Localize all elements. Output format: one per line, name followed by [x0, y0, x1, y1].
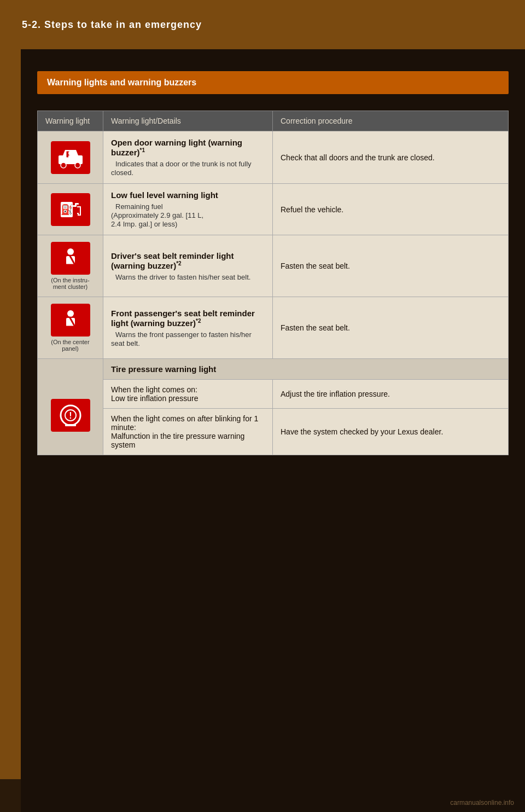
left-accent [0, 49, 21, 779]
open-door-superscript: *1 [140, 147, 145, 153]
svg-rect-5 [68, 155, 73, 160]
tire-correction-2-text: Have the system checked by your Lexus de… [281, 427, 443, 436]
icon-cell-open-door [38, 131, 103, 184]
col-correction: Correction procedure [273, 111, 509, 131]
correction-cell-passenger-seatbelt: Fasten the seat belt. [273, 297, 509, 359]
open-door-light-name: Open door warning light (warning buzzer)… [111, 138, 265, 157]
section-title-bar: Warning lights and warning buzzers [37, 71, 509, 94]
low-fuel-light-name: Low fuel level warning light [111, 190, 265, 200]
open-door-detail: Indicates that a door or the trunk is no… [111, 160, 252, 177]
svg-point-1 [61, 163, 66, 168]
details-cell-driver-seatbelt: Driver's seat belt reminder light (warni… [103, 235, 273, 297]
icon-cell-passenger-seatbelt: (On the centerpanel) [38, 297, 103, 359]
svg-point-11 [67, 248, 74, 255]
tire-pressure-correction-2: Have the system checked by your Lexus de… [273, 409, 509, 455]
tire-pressure-condition-1: When the light comes on:Low tire inflati… [103, 380, 273, 409]
section-title-text: Warning lights and warning buzzers [47, 78, 196, 87]
svg-point-2 [75, 163, 80, 168]
driver-seatbelt-correction: Fasten the seat belt. [281, 262, 350, 270]
col-warning-light: Warning light [38, 111, 103, 131]
details-cell-passenger-seatbelt: Front passenger's seat belt reminder lig… [103, 297, 273, 359]
tire-pressure-title: Tire pressure warning light [111, 364, 216, 374]
passenger-seatbelt-correction: Fasten the seat belt. [281, 323, 350, 332]
svg-text:!: ! [69, 411, 72, 420]
low-fuel-correction: Refuel the vehicle. [281, 205, 343, 214]
low-fuel-detail: Remaining fuel(Approximately 2.9 gal. [1… [111, 202, 203, 228]
svg-rect-9 [76, 203, 79, 205]
svg-point-4 [68, 151, 73, 155]
watermark-text: carmanualsonline.info [450, 799, 514, 807]
icon-cell-driver-seatbelt: (On the instru-ment cluster) [38, 235, 103, 297]
tire-pressure-svg: ! [56, 403, 85, 427]
icon-cell-low-fuel: ⛽ [38, 184, 103, 235]
tire-condition-2-text: When the light comes on after blinking f… [111, 414, 258, 449]
passenger-seatbelt-detail: Warns the front passenger to fasten his/… [111, 330, 252, 347]
passenger-seatbelt-sublabel: (On the centerpanel) [45, 339, 95, 352]
svg-point-15 [67, 310, 74, 317]
open-door-icon [51, 141, 90, 174]
table-row: ⛽ Low fuel level warning light Remaining… [38, 184, 509, 235]
tire-pressure-icon: ! [51, 399, 90, 432]
driver-seatbelt-detail: Warns the driver to fasten his/her seat … [115, 273, 250, 281]
correction-cell-driver-seatbelt: Fasten the seat belt. [273, 235, 509, 297]
passenger-seatbelt-svg [57, 308, 84, 332]
fuel-pump-svg: ⛽ [57, 198, 84, 222]
open-door-correction: Check that all doors and the trunk are c… [281, 153, 435, 162]
tire-pressure-condition-2: When the light comes on after blinking f… [103, 409, 273, 455]
table-row: Open door warning light (warning buzzer)… [38, 131, 509, 184]
top-header: 5-2. Steps to take in an emergency [0, 0, 525, 49]
details-cell-low-fuel: Low fuel level warning light Remaining f… [103, 184, 273, 235]
tire-pressure-subrow-1: When the light comes on:Low tire inflati… [38, 380, 509, 409]
driver-seatbelt-sublabel: (On the instru-ment cluster) [45, 277, 95, 290]
header-title: 5-2. Steps to take in an emergency [22, 19, 202, 31]
driver-seatbelt-superscript: *2 [176, 260, 181, 266]
tire-condition-1-text: When the light comes on:Low tire inflati… [111, 385, 199, 403]
passenger-seatbelt-icon [51, 304, 90, 337]
col-details: Warning light/Details [103, 111, 273, 131]
svg-rect-22 [65, 424, 76, 426]
tire-pressure-subrow-2: When the light comes on after blinking f… [38, 409, 509, 455]
main-content: Warning lights and warning buzzers Warni… [21, 49, 525, 812]
passenger-seatbelt-superscript: *2 [196, 318, 201, 324]
details-cell-open-door: Open door warning light (warning buzzer)… [103, 131, 273, 184]
icon-cell-tire-pressure: ! [38, 359, 103, 455]
passenger-seatbelt-light-name: Front passenger's seat belt reminder lig… [111, 309, 265, 328]
driver-seatbelt-svg [57, 246, 84, 270]
tire-pressure-header-label: Tire pressure warning light [103, 359, 509, 380]
driver-seatbelt-light-name: Driver's seat belt reminder light (warni… [111, 251, 265, 270]
tire-correction-1-text: Adjust the tire inflation pressure. [281, 390, 390, 398]
page-container: 5-2. Steps to take in an emergency Warni… [0, 0, 525, 812]
warning-table: Warning light Warning light/Details Corr… [37, 111, 509, 455]
tire-pressure-header-row: ! Tire pressure warning light [38, 359, 509, 380]
table-row: (On the instru-ment cluster) Driver's se… [38, 235, 509, 297]
svg-text:⛽: ⛽ [61, 204, 73, 216]
table-row: (On the centerpanel) Front passenger's s… [38, 297, 509, 359]
correction-cell-open-door: Check that all doors and the trunk are c… [273, 131, 509, 184]
low-fuel-icon: ⛽ [51, 193, 90, 226]
correction-cell-low-fuel: Refuel the vehicle. [273, 184, 509, 235]
driver-seatbelt-icon [51, 242, 90, 275]
watermark: carmanualsonline.info [450, 799, 514, 807]
open-door-svg [56, 146, 85, 170]
tire-pressure-correction-1: Adjust the tire inflation pressure. [273, 380, 509, 409]
